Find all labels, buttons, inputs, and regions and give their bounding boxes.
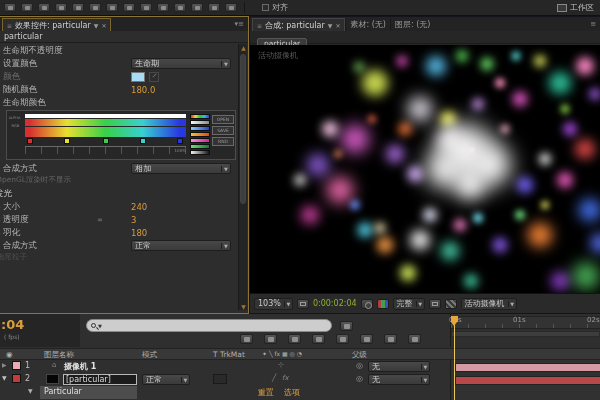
gradient-stop[interactable] [177, 138, 183, 144]
close-icon[interactable]: ✕ [101, 22, 106, 29]
transparency-grid-icon[interactable] [445, 299, 457, 309]
hide-shy-icon[interactable] [288, 334, 301, 344]
chevron-down-icon[interactable]: ▼ [328, 22, 333, 29]
param-value[interactable]: 180.0 [131, 85, 155, 95]
tool-puppet-pin-icon[interactable] [225, 3, 237, 12]
gradient-stop[interactable] [27, 138, 33, 144]
brainstorm-icon[interactable] [360, 334, 373, 344]
tool-rotation-icon[interactable] [55, 3, 67, 12]
gradient-preset-swatch[interactable] [190, 138, 210, 143]
alpha-bar[interactable] [25, 114, 186, 118]
auto-keyframe-icon[interactable] [384, 334, 397, 344]
tool-pan-behind-icon[interactable] [89, 3, 101, 12]
safe-margins-icon[interactable] [297, 299, 309, 309]
set-color-dropdown[interactable]: 生命期 ▼ [131, 58, 231, 69]
layer-row-camera[interactable]: ▶ 1 ⌂ 摄像机 1 ⊹ ◎ 无 ▼ [0, 360, 600, 373]
show-channels-icon[interactable] [377, 299, 389, 309]
tool-mask-shape-icon[interactable] [106, 3, 118, 12]
effect-name[interactable]: Particular [44, 387, 82, 396]
layer-row-particular[interactable]: ▼ 2 [particular] 正常 ▼ ╱ fx ◎ 无 ▼ [0, 373, 600, 386]
twirl-icon[interactable]: ▼ [2, 374, 7, 381]
parent-header[interactable]: 父级 [352, 350, 367, 360]
gradient-save-button[interactable]: SAVE [212, 126, 234, 135]
gradient-scale-slider[interactable]: 100% [25, 146, 186, 154]
param-glow-size[interactable]: ▸ 大小 240 [0, 200, 237, 213]
snap-checkbox[interactable] [262, 4, 269, 11]
current-time-indicator-handle[interactable] [451, 316, 458, 322]
layer-name-header[interactable]: 图层名称 [44, 350, 74, 360]
twirl-icon[interactable]: ▼ [28, 387, 33, 394]
tool-pen-icon[interactable] [123, 3, 135, 12]
work-area-bar[interactable] [451, 331, 600, 337]
gradient-preset-swatch[interactable] [190, 120, 210, 125]
timeline-timecode-area[interactable]: :04 ( fps) [0, 314, 80, 347]
gradient-preset-swatch[interactable] [190, 144, 210, 149]
frame-blend-icon[interactable] [312, 334, 325, 344]
current-timecode[interactable]: :04 [1, 317, 24, 332]
tab-layer[interactable]: 图层: (无) [390, 18, 434, 31]
param-color-over-life[interactable]: 生命期颜色 [0, 96, 237, 109]
gradient-stop[interactable] [64, 138, 70, 144]
gradient-preset-swatch[interactable] [190, 114, 210, 119]
effect-options-link[interactable]: 选项 [284, 387, 300, 398]
effect-reset-link[interactable]: 重置 [258, 387, 274, 398]
param-glow-transfer-mode[interactable]: 合成方式 正常 ▼ [0, 239, 237, 252]
param-value[interactable]: 180 [131, 228, 147, 238]
motion-blur-switch-icon[interactable]: ⊹ [278, 361, 284, 369]
snapshot-camera-icon[interactable] [361, 299, 373, 309]
tool-type-icon[interactable] [140, 3, 152, 12]
tab-composition[interactable]: ≡ 合成: particular ▼ ✕ [252, 18, 345, 31]
comp-mini-flowchart-icon[interactable] [240, 334, 253, 344]
current-time-indicator-line[interactable] [454, 316, 455, 400]
mode-header[interactable]: 模式 [142, 350, 157, 360]
gradient-preset-swatch[interactable] [190, 126, 210, 131]
layer-color-label[interactable] [12, 361, 21, 370]
tool-roto-brush-icon[interactable] [208, 3, 220, 12]
tab-footage[interactable]: 素材: (无) [345, 18, 389, 31]
eyedropper-icon[interactable] [149, 72, 159, 82]
layer-name[interactable]: 摄像机 1 [64, 361, 96, 372]
layer-color-label[interactable] [12, 374, 21, 383]
param-opacity-over-life[interactable]: ▸ 生命期不透明度 [0, 44, 237, 57]
gradient-bar[interactable] [25, 127, 186, 137]
graph-editor-icon[interactable] [408, 334, 421, 344]
draft-3d-icon[interactable] [264, 334, 277, 344]
chevron-down-icon[interactable]: ▼ [98, 323, 102, 329]
viewer-timecode[interactable]: 0:00:02:04 [313, 299, 357, 308]
panel-menu-icon[interactable]: ≡ [590, 20, 596, 28]
composition-flowchart-icon[interactable] [340, 321, 353, 331]
tool-eraser-icon[interactable] [191, 3, 203, 12]
param-value[interactable]: 3 [131, 215, 136, 225]
time-ruler[interactable]: 00s01s02s [450, 314, 600, 347]
gradient-preset-swatch[interactable] [190, 132, 210, 137]
effect-panel-scrollbar[interactable]: ▲ ▼ [238, 44, 247, 310]
parent-dropdown[interactable]: 无 ▼ [368, 374, 430, 385]
motion-blur-icon[interactable] [336, 334, 349, 344]
twirl-icon[interactable]: ▶ [2, 361, 7, 368]
gradient-rnd-button[interactable]: RND [212, 137, 234, 146]
scroll-up-icon[interactable]: ▲ [239, 44, 248, 51]
parent-dropdown[interactable]: 无 ▼ [368, 361, 430, 372]
trkmat-header[interactable]: T TrkMat [213, 350, 245, 359]
trkmat-box[interactable] [213, 374, 227, 384]
gradient-stops[interactable] [25, 137, 186, 146]
transfer-mode-dropdown[interactable]: 相加 ▼ [131, 163, 231, 174]
timeline-search-input[interactable]: ▼ [86, 319, 332, 332]
tool-clone-stamp-icon[interactable] [174, 3, 186, 12]
blend-mode-dropdown[interactable]: 正常 ▼ [142, 374, 190, 385]
tool-unified-camera-icon[interactable] [72, 3, 84, 12]
close-icon[interactable]: ✕ [335, 22, 340, 29]
tool-brush-icon[interactable] [157, 3, 169, 12]
resolution-dropdown[interactable]: 完整 ▼ [393, 298, 425, 310]
param-transfer-mode[interactable]: 合成方式 相加 ▼ [0, 162, 237, 175]
tool-hand-icon[interactable] [21, 3, 33, 12]
view-3d-dropdown[interactable]: 活动摄像机 ▼ [461, 298, 517, 310]
link-icon[interactable]: ∞ [97, 216, 131, 224]
fx-switch-icon[interactable]: fx [282, 374, 289, 382]
snap-toggle[interactable]: 对齐 [262, 2, 288, 13]
param-set-color[interactable]: 设置颜色 生命期 ▼ [0, 57, 237, 70]
tool-selection-icon[interactable] [4, 3, 16, 12]
effect-row-particular[interactable]: ▼ Particular 重置 选项 [0, 386, 600, 399]
gradient-preset-swatch[interactable] [190, 150, 210, 155]
tool-zoom-icon[interactable] [38, 3, 50, 12]
